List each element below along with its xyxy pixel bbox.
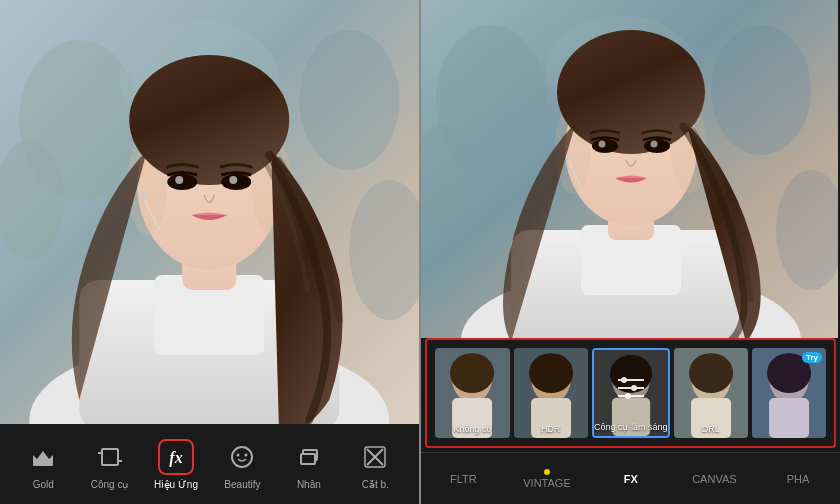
crown-icon bbox=[29, 443, 57, 471]
catb-icon-wrap bbox=[357, 439, 393, 475]
svg-point-80 bbox=[625, 393, 631, 399]
congcu-icon-wrap bbox=[92, 439, 128, 475]
svg-text:fx: fx bbox=[169, 449, 182, 467]
main-container: 🎵 ✂ 🍦 ⭐ 🔧 💧 ✦ ♪ bbox=[0, 0, 840, 504]
svg-point-35 bbox=[232, 447, 252, 467]
tool-catb[interactable]: Cắt b. bbox=[350, 439, 400, 490]
try-badge: Try bbox=[802, 352, 822, 363]
tab-fltr[interactable]: FLTR bbox=[433, 473, 493, 485]
svg-rect-39 bbox=[301, 454, 315, 464]
filter-khongco-label: Không có bbox=[435, 424, 509, 434]
tab-pha-label: PHA bbox=[787, 473, 810, 485]
fx-icon: fx bbox=[162, 443, 190, 471]
svg-point-28 bbox=[140, 191, 148, 199]
tab-vintage[interactable]: VINTAGE bbox=[517, 469, 577, 489]
svg-point-84 bbox=[689, 353, 733, 393]
filter-hdr-label: HDR bbox=[514, 424, 588, 434]
beautify-icon-wrap bbox=[224, 439, 260, 475]
left-panel: 🎵 ✂ 🍦 ⭐ 🔧 💧 ✦ ♪ bbox=[0, 0, 419, 504]
svg-point-27 bbox=[229, 176, 237, 184]
tool-catb-label: Cắt b. bbox=[362, 479, 389, 490]
svg-point-12 bbox=[299, 30, 399, 170]
tab-canvas[interactable]: CANVAS bbox=[684, 473, 744, 485]
svg-rect-31 bbox=[102, 449, 118, 465]
right-photo bbox=[421, 0, 840, 338]
svg-point-66 bbox=[451, 353, 495, 393]
svg-point-59 bbox=[599, 141, 606, 148]
left-toolbar: Gold Công cụ fx bbox=[0, 424, 419, 504]
nhan-icon-wrap bbox=[291, 439, 327, 475]
tool-beautify[interactable]: Beautify bbox=[217, 439, 267, 490]
svg-point-26 bbox=[175, 176, 183, 184]
right-panel: Không có HDR bbox=[421, 0, 840, 504]
tool-gold-label: Gold bbox=[33, 479, 54, 490]
filter-khongco[interactable]: Không có bbox=[435, 348, 509, 438]
svg-point-45 bbox=[711, 25, 811, 155]
left-photo bbox=[0, 0, 419, 424]
hieung-icon-wrap: fx bbox=[158, 439, 194, 475]
filter-strip: Không có HDR bbox=[425, 338, 836, 448]
svg-point-57 bbox=[592, 139, 618, 153]
svg-point-58 bbox=[644, 139, 670, 153]
filter-drl-label: DRL bbox=[674, 424, 748, 434]
svg-point-37 bbox=[245, 453, 248, 456]
tool-hieung-label: Hiệu Ứng bbox=[154, 479, 198, 490]
settings-overlay-icon bbox=[616, 375, 646, 405]
filter-conglam[interactable]: Công cụ làm sáng bbox=[592, 348, 670, 438]
tool-nhan[interactable]: Nhân bbox=[284, 439, 334, 490]
svg-rect-30 bbox=[33, 463, 53, 466]
tab-fltr-label: FLTR bbox=[450, 473, 477, 485]
svg-point-70 bbox=[529, 353, 573, 393]
tool-nhan-label: Nhân bbox=[297, 479, 321, 490]
tab-canvas-label: CANVAS bbox=[692, 473, 736, 485]
filter-try[interactable]: Try bbox=[752, 348, 826, 438]
svg-point-60 bbox=[651, 141, 658, 148]
filter-hdr[interactable]: HDR bbox=[514, 348, 588, 438]
svg-point-78 bbox=[631, 385, 637, 391]
svg-point-61 bbox=[566, 155, 573, 162]
filter-drl[interactable]: DRL bbox=[674, 348, 748, 438]
tab-fx-label: FX bbox=[624, 473, 638, 485]
gold-icon-wrap bbox=[25, 439, 61, 475]
cut-icon bbox=[361, 443, 389, 471]
tool-congcu-label: Công cụ bbox=[91, 479, 129, 490]
svg-point-56 bbox=[557, 30, 705, 154]
tool-hieung[interactable]: fx Hiệu Ứng bbox=[151, 439, 201, 490]
vintage-crown-dot bbox=[544, 469, 550, 475]
tab-vintage-label: VINTAGE bbox=[523, 477, 570, 489]
svg-point-76 bbox=[621, 377, 627, 383]
tab-pha[interactable]: PHA bbox=[768, 473, 828, 485]
tab-fx[interactable]: FX bbox=[601, 473, 661, 485]
right-toolbar: FLTR VINTAGE FX CANVAS PHA bbox=[421, 452, 840, 504]
svg-point-36 bbox=[237, 453, 240, 456]
layers-icon bbox=[295, 443, 323, 471]
tool-gold[interactable]: Gold bbox=[18, 439, 68, 490]
face-icon bbox=[228, 443, 256, 471]
tool-congcu[interactable]: Công cụ bbox=[85, 439, 135, 490]
tool-beautify-label: Beautify bbox=[224, 479, 260, 490]
crop-icon bbox=[96, 443, 124, 471]
filter-conglam-label: Công cụ làm sáng bbox=[594, 422, 668, 432]
svg-rect-87 bbox=[769, 398, 809, 438]
